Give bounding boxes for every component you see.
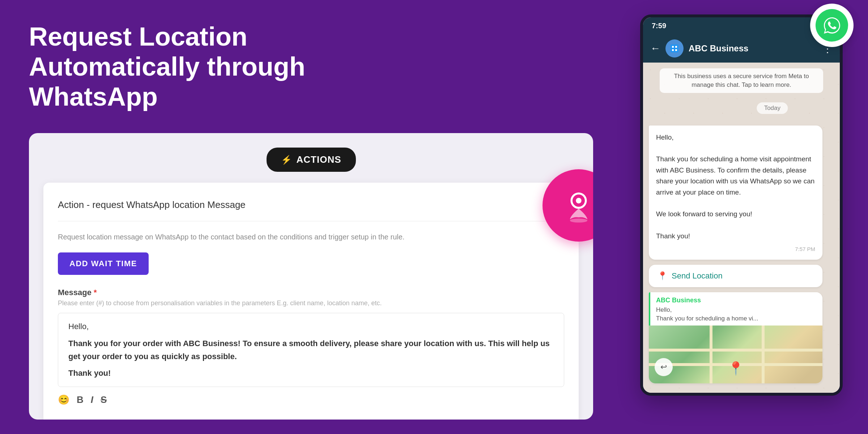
map-pin-icon: 📍 [728,361,744,376]
location-pin-icon: 📍 [658,271,667,281]
forward-icon[interactable]: ↩ [655,358,673,376]
emoji-icon[interactable]: 😊 [58,394,69,405]
action-card-title: Action - request WhatsApp location Messa… [58,199,246,210]
abc-card-line2: Thank you for scheduling a home vi... [656,314,817,323]
lightning-icon: ⚡ [281,155,292,165]
send-location-button[interactable]: 📍 Send Location [649,265,822,287]
phone-time: 7:59 [652,22,666,30]
phone-chat-header: ← ABC Business ⋮ [643,34,840,63]
svg-rect-5 [675,46,677,48]
required-indicator: * [94,288,97,297]
phone-wrapper: 7:59 ← ABC Business ⋮ [640,14,843,396]
message-timestamp: 7:57 PM [656,245,815,253]
abc-card-line1: Hello, [656,306,817,314]
msg-forward: We look forward to serving you! [656,209,815,220]
svg-rect-4 [672,46,674,48]
italic-icon[interactable]: I [91,394,93,405]
phone-screen: 7:59 ← ABC Business ⋮ [640,14,843,396]
message-thanks: Thank you! [68,369,554,378]
bold-icon[interactable]: B [77,394,84,405]
message-greeting: Hello, [68,322,554,331]
abc-card-header: ABC Business Hello, Thank you for schedu… [649,292,822,326]
back-arrow-icon[interactable]: ← [650,43,660,54]
abc-business-card: ABC Business Hello, Thank you for schedu… [649,292,822,384]
chat-area: This business uses a secure service from… [643,63,840,393]
msg-thanks: Thank you! [656,231,815,242]
contact-avatar [665,39,684,58]
incoming-message: Hello, Thank you for scheduling a home v… [649,125,822,260]
editor-container: ⚡ ACTIONS Action - request WhatsApp loca… [29,133,593,420]
abc-card-sender: ABC Business [656,297,817,304]
map-preview: 📍 ↩ [649,326,822,383]
svg-rect-3 [671,44,678,52]
svg-rect-6 [672,49,674,51]
action-card-header: Action - request WhatsApp location Messa… [58,196,564,221]
right-section: 7:59 ← ABC Business ⋮ [615,0,868,434]
left-section: Request Location Automatically through W… [0,0,615,434]
contact-name: ABC Business [689,43,817,54]
svg-point-2 [570,219,587,223]
add-wait-time-button[interactable]: ADD WAIT TIME [58,252,149,275]
message-editor[interactable]: Hello, Thank you for your order with ABC… [58,313,564,387]
page-headline: Request Location Automatically through W… [29,22,354,111]
whatsapp-logo [816,9,848,42]
actions-button[interactable]: ⚡ ACTIONS [267,148,356,172]
whatsapp-badge [810,4,854,47]
message-body: Thank you for your order with ABC Busine… [68,337,554,362]
action-card: Action - request WhatsApp location Messa… [43,183,579,420]
description-text: Request location message on WhatsApp to … [58,231,564,242]
editor-toolbar: 😊 B I S [58,387,564,413]
actions-bar: ⚡ ACTIONS [43,148,579,172]
message-hint: Please enter (#) to choose from personal… [58,299,564,307]
system-message: This business uses a secure service from… [660,68,823,93]
message-label: Message * [58,288,564,297]
msg-greeting: Hello, [656,132,815,143]
map-location-icon [559,186,593,225]
date-badge: Today [757,102,788,114]
msg-body: Thank you for scheduling a home visit ap… [656,154,815,198]
svg-point-1 [576,198,581,203]
svg-rect-7 [675,49,677,51]
strikethrough-icon[interactable]: S [101,394,107,405]
